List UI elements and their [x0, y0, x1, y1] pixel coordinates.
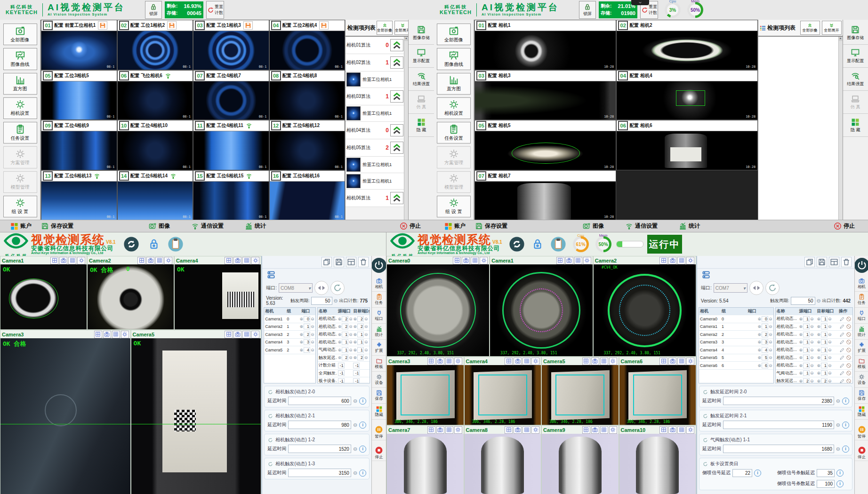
snapshot-icon[interactable]	[233, 257, 241, 264]
collapse-item-button[interactable]	[390, 56, 403, 69]
minus-icon[interactable]	[817, 298, 821, 304]
menu-button[interactable]: 保存	[372, 388, 386, 404]
pause-button[interactable]: 暂停	[372, 424, 386, 440]
sidebar-button[interactable]: 模型管理	[437, 171, 471, 193]
snapshot-icon[interactable]	[668, 358, 676, 365]
sidebar-button[interactable]: 方案管理	[437, 146, 471, 168]
info-icon[interactable]	[842, 422, 849, 429]
sidebar-button[interactable]: 组 设 置	[3, 196, 37, 217]
delay-input[interactable]: 1190	[723, 421, 834, 429]
snapshot-icon[interactable]	[103, 331, 111, 338]
camera-config-button[interactable]: 02 配置 工位1相机2	[118, 20, 193, 31]
camera-image[interactable]: 306, 346, 2.28, 186	[465, 365, 541, 425]
account-button[interactable]: 账户	[10, 222, 32, 230]
menu-button[interactable]: 端口	[855, 308, 868, 324]
save-settings-button[interactable]: 保存设置	[41, 222, 73, 230]
camera-config-button[interactable]: 11 配置 工位4相机11	[193, 120, 269, 131]
port-table-row[interactable]: 相机动态... 1 1	[776, 339, 853, 347]
tool-button[interactable]: 隐 藏	[843, 114, 868, 137]
board-trigger-delay-input[interactable]: 35	[817, 469, 835, 477]
display-icon[interactable]	[471, 257, 479, 264]
menu-button[interactable]: 统计	[855, 324, 868, 340]
plus-icon[interactable]	[300, 324, 304, 329]
fullscreen-icon[interactable]	[505, 426, 513, 434]
disable-icon[interactable]	[846, 324, 852, 329]
display-icon[interactable]	[677, 358, 685, 365]
settings-icon[interactable]	[686, 257, 694, 264]
minus-icon[interactable]	[311, 332, 314, 337]
disable-icon[interactable]	[846, 370, 852, 376]
disable-icon[interactable]	[846, 347, 852, 353]
info-icon[interactable]	[836, 480, 844, 487]
display-icon[interactable]	[677, 426, 685, 434]
settings-icon[interactable]	[609, 358, 617, 365]
board-count-delay-input[interactable]: 100	[817, 480, 835, 488]
camera-image[interactable]: 306, 346, 2.28, 186	[387, 365, 464, 425]
camera-config-button[interactable]: 09 配置 工位4相机9	[41, 120, 117, 131]
info-icon[interactable]	[359, 422, 366, 429]
settings-icon[interactable]	[251, 331, 259, 338]
delay-input[interactable]: 2380	[723, 397, 834, 405]
display-icon[interactable]	[677, 257, 685, 264]
info-icon[interactable]	[754, 470, 761, 477]
camera-image[interactable]: 08-1	[193, 81, 269, 120]
lock-screen-button[interactable]: 锁屏	[145, 1, 162, 19]
camera-config-button[interactable]: 16 配置 工位6相机16	[270, 171, 345, 182]
camera-image[interactable]: 08-1	[118, 81, 193, 120]
camera-image[interactable]: 306, 346, 2.28, 186	[619, 365, 696, 425]
port-table-row[interactable]: 相机动态... 1 1	[776, 331, 853, 339]
settings-icon[interactable]	[609, 426, 617, 434]
fullscreen-icon[interactable]	[50, 257, 58, 264]
minus-icon[interactable]	[353, 422, 357, 428]
settings-icon[interactable]	[531, 426, 539, 434]
algorithm-row[interactable]: 相机03算法 1	[346, 88, 404, 105]
thumbnail-row[interactable]: 前置工位相机1	[346, 72, 404, 88]
minus-icon[interactable]	[311, 348, 314, 352]
camera-image[interactable]: OK	[131, 338, 261, 494]
comm-settings-button[interactable]: 通信设置	[625, 222, 658, 230]
snapshot-icon[interactable]	[668, 426, 676, 434]
port-table-row[interactable]: 触发延迟... 2 2	[776, 377, 853, 383]
camera-image[interactable]: OK	[0, 264, 87, 329]
display-icon[interactable]	[600, 358, 608, 365]
camera-table-row[interactable]: Camera32 2	[264, 331, 315, 339]
minus-icon[interactable]	[311, 317, 314, 321]
camera-table-row[interactable]: Camera00 0	[699, 315, 773, 323]
snapshot-icon[interactable]	[233, 331, 241, 338]
snapshot-icon[interactable]	[565, 257, 573, 264]
sidebar-button[interactable]: 任务设置	[3, 122, 37, 143]
camera-image[interactable]	[619, 434, 696, 494]
copy-icon[interactable]	[321, 257, 332, 267]
display-icon[interactable]	[242, 331, 250, 338]
edit-icon[interactable]	[839, 363, 845, 368]
camera-config-button[interactable]: 07 配置 相机7	[475, 171, 616, 182]
fullscreen-icon[interactable]	[659, 257, 667, 264]
algorithm-row[interactable]: 相机02算法 1	[346, 54, 404, 72]
port-table-row[interactable]: 计数分箱 -1 -1	[318, 362, 370, 370]
clipboard-icon[interactable]	[168, 236, 184, 252]
info-icon[interactable]	[359, 470, 366, 477]
settings-icon[interactable]	[121, 331, 129, 338]
camera-config-button[interactable]: 12 配置 工位6相机12	[270, 120, 345, 131]
display-icon[interactable]	[445, 358, 453, 365]
camera-config-button[interactable]: 01 配置 前置工位相机1	[41, 20, 117, 31]
port-table-row[interactable]: 相机动态... 2 2	[318, 323, 370, 331]
stop-button[interactable]: 停止	[400, 222, 421, 230]
camera-image[interactable]: 08-1	[41, 31, 117, 70]
reset-count-button[interactable]: 重置计数	[206, 1, 224, 19]
snapshot-icon[interactable]	[514, 358, 522, 365]
delay-input[interactable]: 980	[288, 421, 351, 429]
refresh-button[interactable]	[330, 281, 345, 295]
statistics-button[interactable]: 统计	[245, 222, 266, 230]
camera-config-button[interactable]: 03 配置 相机3	[475, 71, 616, 81]
disable-icon[interactable]	[846, 339, 852, 345]
account-button[interactable]: 账户	[444, 222, 466, 230]
snapshot-icon[interactable]	[591, 358, 599, 365]
camera-image[interactable]: 08-1	[41, 131, 117, 170]
camera-image[interactable]	[542, 434, 619, 494]
info-icon[interactable]	[836, 470, 844, 477]
info-icon[interactable]	[359, 446, 366, 453]
menu-button[interactable]: 模板	[372, 356, 386, 372]
camera-table-row[interactable]: Camera33 3	[699, 339, 773, 347]
sidebar-button[interactable]: 模型管理	[3, 171, 37, 193]
